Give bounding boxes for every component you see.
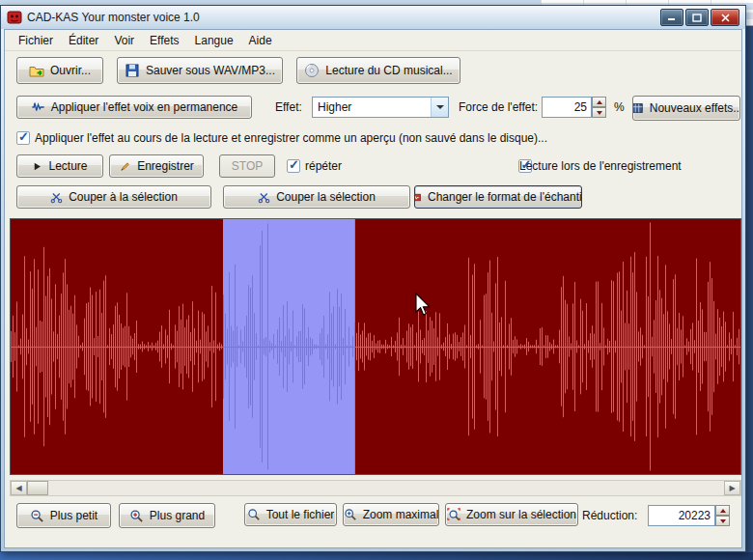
menu-langue[interactable]: Langue <box>187 32 241 49</box>
minimize-button[interactable] <box>660 9 683 26</box>
zoom-max-label: Zoom maximal <box>363 508 439 521</box>
waveform-display[interactable] <box>10 218 741 475</box>
magnifier-icon <box>344 508 357 521</box>
effect-force-stepper[interactable] <box>592 97 606 118</box>
effects-grid-icon <box>632 101 644 115</box>
sample-format-icon <box>414 191 422 204</box>
close-button[interactable] <box>711 9 739 26</box>
open-file-icon <box>29 63 44 78</box>
zoom-in-label: Plus grand <box>150 509 205 522</box>
cut-to-selection-label: Couper à la sélection <box>69 190 178 204</box>
voice-effect-icon <box>31 100 45 114</box>
stop-button: STOP <box>219 154 275 178</box>
apply-effect-button[interactable]: Appliquer l'effet voix en permanence <box>16 96 252 119</box>
edit-row: Couper à la sélection Couper la sélectio… <box>5 185 741 209</box>
effect-label: Effet: <box>275 94 302 121</box>
menu-bar: Fichier Éditer Voir Effets Langue Aide <box>5 30 741 51</box>
effect-select[interactable]: Higher <box>312 97 449 118</box>
app-window: CAD-KAS Your monster voice 1.0 Fichier É… <box>0 5 746 552</box>
magnifier-icon <box>247 508 261 521</box>
record-pencil-icon <box>119 160 131 173</box>
new-effects-button[interactable]: Nouveaux effets... <box>632 96 740 121</box>
waveform-canvas[interactable] <box>11 219 740 474</box>
save-button-label: Sauver sous WAV/MP3... <box>146 64 275 77</box>
scissors-icon <box>258 191 270 204</box>
magnifier-plus-icon <box>129 509 144 523</box>
monitor-checkbox-label: Lecture lors de l'enregistrement <box>519 154 682 178</box>
reduction-stepper[interactable] <box>715 505 730 526</box>
chevron-down-icon[interactable] <box>431 98 448 117</box>
scrollbar-left-arrow[interactable]: ◀ <box>11 481 27 495</box>
scrollbar-thumb[interactable] <box>27 481 48 495</box>
change-format-label: Changer le format de l'échantill <box>428 190 582 204</box>
zoom-max-button[interactable]: Zoom maximal <box>343 503 439 526</box>
zoom-selection-button[interactable]: Zoom sur la sélection <box>445 503 578 526</box>
cd-play-button[interactable]: Lecture du CD musical... <box>296 57 460 84</box>
background-bottom-strip <box>0 552 753 560</box>
stepper-up-icon[interactable] <box>715 505 730 516</box>
window-title: CAD-KAS Your monster voice 1.0 <box>27 11 660 24</box>
open-button-label: Ouvrir... <box>50 64 91 77</box>
repeat-checkbox[interactable] <box>287 159 300 173</box>
stepper-down-icon[interactable] <box>592 107 606 118</box>
menu-effets[interactable]: Effets <box>142 32 186 49</box>
cut-selection-label: Couper la sélection <box>276 190 376 204</box>
stepper-up-icon[interactable] <box>592 97 606 107</box>
play-button[interactable]: Lecture <box>16 154 103 178</box>
menu-aide[interactable]: Aide <box>241 32 280 49</box>
stepper-down-icon[interactable] <box>715 516 730 526</box>
zoom-selection-label: Zoom sur la sélection <box>466 508 576 521</box>
menu-editer[interactable]: Éditer <box>61 32 106 49</box>
preview-checkbox-label: Appliquer l'effet au cours de la lecture… <box>35 130 547 146</box>
cd-icon <box>304 63 320 78</box>
cut-selection-button[interactable]: Couper la sélection <box>223 185 410 209</box>
cd-play-button-label: Lecture du CD musical... <box>325 64 452 77</box>
title-bar[interactable]: CAD-KAS Your monster voice 1.0 <box>1 6 745 29</box>
client-area: Fichier Éditer Voir Effets Langue Aide O… <box>4 29 742 548</box>
cut-to-selection-button[interactable]: Couper à la sélection <box>16 185 211 209</box>
whole-file-button[interactable]: Tout le fichier <box>244 503 337 526</box>
play-button-label: Lecture <box>48 159 87 173</box>
transport-row: Lecture Enregistrer STOP répéter Lecture… <box>5 154 741 178</box>
magnifier-selection-icon <box>447 508 460 521</box>
scissors-icon <box>50 191 63 204</box>
effect-force-label: Force de l'effet: <box>459 94 538 121</box>
magnifier-minus-icon <box>30 509 44 523</box>
preview-checkbox[interactable] <box>16 131 30 145</box>
open-button[interactable]: Ouvrir... <box>16 57 103 84</box>
zoom-in-button[interactable]: Plus grand <box>119 503 215 528</box>
app-icon <box>7 10 22 25</box>
new-effects-label: Nouveaux effets... <box>650 101 740 115</box>
save-button[interactable]: Sauver sous WAV/MP3... <box>117 57 283 84</box>
stop-button-label: STOP <box>232 159 263 173</box>
effect-select-value: Higher <box>313 100 431 114</box>
play-icon <box>32 161 42 172</box>
menu-voir[interactable]: Voir <box>106 32 142 49</box>
whole-file-label: Tout le fichier <box>266 508 335 521</box>
preview-row: Appliquer l'effet au cours de la lecture… <box>5 130 741 146</box>
apply-effect-label: Appliquer l'effet voix en permanence <box>51 100 238 114</box>
waveform-scrollbar[interactable]: ◀ ▶ <box>10 480 741 496</box>
effect-force-input[interactable] <box>542 97 592 118</box>
maximize-button[interactable] <box>685 9 709 26</box>
file-button-row: Ouvrir... Sauver sous WAV/MP3... <box>5 57 741 84</box>
repeat-checkbox-label: répéter <box>305 154 342 178</box>
menu-fichier[interactable]: Fichier <box>11 32 61 49</box>
percent-label: % <box>614 94 625 121</box>
reduction-input[interactable] <box>648 505 715 526</box>
zoom-row: Plus petit Plus grand <box>5 503 741 528</box>
record-button[interactable]: Enregistrer <box>109 154 204 178</box>
zoom-out-label: Plus petit <box>50 509 98 522</box>
zoom-out-button[interactable]: Plus petit <box>16 503 111 528</box>
scrollbar-right-arrow[interactable]: ▶ <box>724 481 740 495</box>
scrollbar-track[interactable] <box>48 481 724 495</box>
effect-row: Appliquer l'effet voix en permanence Eff… <box>5 94 741 121</box>
reduction-label: Réduction: <box>582 503 637 528</box>
record-button-label: Enregistrer <box>137 159 194 173</box>
save-disk-icon <box>125 63 140 78</box>
change-format-button[interactable]: Changer le format de l'échantill <box>414 185 582 209</box>
